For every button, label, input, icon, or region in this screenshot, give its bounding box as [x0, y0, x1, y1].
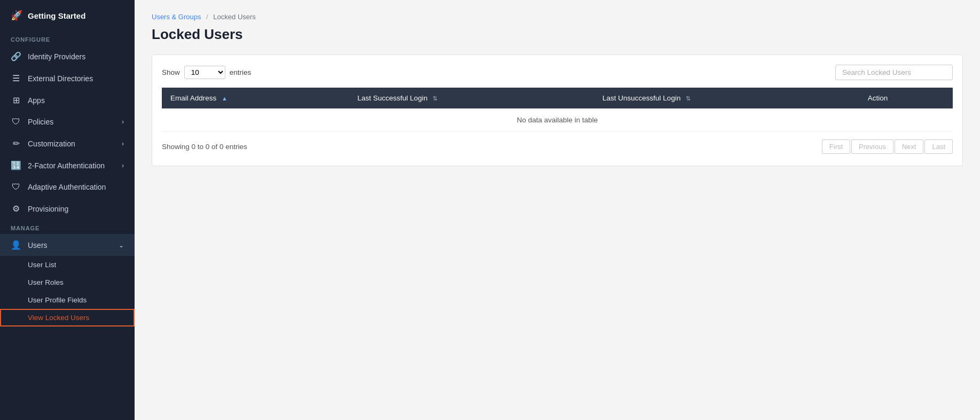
sidebar-item-label: 2-Factor Authentication [28, 161, 105, 170]
sidebar-item-customization[interactable]: ✏ Customization › [0, 133, 135, 154]
table-header-row: Email Address ▲ Last Successful Login ⇅ … [162, 88, 953, 108]
sidebar-item-adaptive-auth[interactable]: 🛡 Adaptive Authentication [0, 176, 135, 198]
user-roles-label: User Roles [28, 278, 64, 286]
chevron-down-icon: ⌄ [119, 242, 124, 249]
sidebar-sub-item-user-list[interactable]: User List [0, 256, 135, 274]
table-card: Show 10 25 50 100 entries Email Address [152, 55, 963, 166]
sidebar-item-label: External Directories [28, 74, 93, 83]
2fa-icon: 🔢 [11, 160, 21, 170]
manage-section-label: Manage [0, 220, 135, 234]
user-list-label: User List [28, 261, 56, 269]
breadcrumb-parent-link[interactable]: Users & Groups [152, 13, 201, 21]
sidebar-header[interactable]: 🚀 Getting Started [0, 0, 135, 31]
provisioning-icon: ⚙ [11, 204, 21, 214]
sidebar-item-label: Policies [28, 118, 53, 126]
chevron-right-icon: › [122, 162, 124, 169]
search-input[interactable] [835, 65, 953, 80]
sidebar-sub-item-user-roles[interactable]: User Roles [0, 274, 135, 291]
first-button[interactable]: First [822, 139, 850, 154]
column-header-last-fail[interactable]: Last Unsuccessful Login ⇅ [594, 88, 859, 108]
last-button[interactable]: Last [924, 139, 953, 154]
identity-providers-icon: 🔗 [11, 51, 21, 61]
entries-select[interactable]: 10 25 50 100 [184, 66, 225, 79]
column-header-last-success[interactable]: Last Successful Login ⇅ [349, 88, 594, 108]
sidebar-item-label: Identity Providers [28, 52, 85, 61]
customization-icon: ✏ [11, 138, 21, 149]
chevron-right-icon: › [122, 140, 124, 147]
sidebar-header-label: Getting Started [28, 11, 85, 20]
previous-button[interactable]: Previous [851, 139, 893, 154]
column-header-email[interactable]: Email Address ▲ [162, 88, 349, 108]
breadcrumb-current: Locked Users [213, 13, 255, 21]
apps-icon: ⊞ [11, 95, 21, 105]
user-profile-fields-label: User Profile Fields [28, 296, 87, 304]
sidebar-item-label: Users [28, 241, 48, 250]
sort-up-icon: ▲ [222, 95, 228, 102]
breadcrumb: Users & Groups / Locked Users [152, 13, 963, 21]
page-title: Locked Users [152, 26, 963, 43]
configure-section-label: Configure [0, 31, 135, 45]
locked-users-table: Email Address ▲ Last Successful Login ⇅ … [162, 88, 953, 132]
main-content-area: Users & Groups / Locked Users Locked Use… [135, 0, 980, 420]
sidebar-item-label: Customization [28, 139, 75, 148]
chevron-right-icon: › [122, 118, 124, 126]
sidebar-item-provisioning[interactable]: ⚙ Provisioning [0, 198, 135, 220]
rocket-icon: 🚀 [11, 10, 22, 21]
users-icon: 👤 [11, 240, 21, 250]
no-data-row: No data available in table [162, 108, 953, 132]
entries-label: entries [230, 68, 252, 76]
sidebar-item-label: Apps [28, 96, 45, 105]
view-locked-users-label: View Locked Users [28, 314, 89, 322]
table-controls: Show 10 25 50 100 entries [162, 65, 953, 80]
external-directories-icon: ☰ [11, 73, 21, 83]
no-data-message: No data available in table [162, 108, 953, 132]
sidebar-sub-item-view-locked-users[interactable]: View Locked Users [0, 309, 135, 326]
sidebar-item-apps[interactable]: ⊞ Apps [0, 89, 135, 111]
adaptive-auth-icon: 🛡 [11, 182, 21, 192]
sidebar-item-policies[interactable]: 🛡 Policies › [0, 111, 135, 133]
sidebar-item-external-directories[interactable]: ☰ External Directories [0, 67, 135, 89]
policies-icon: 🛡 [11, 117, 21, 127]
show-label: Show [162, 68, 180, 76]
sort-both-icon: ⇅ [686, 95, 691, 102]
sidebar-item-2fa[interactable]: 🔢 2-Factor Authentication › [0, 154, 135, 176]
show-entries-control: Show 10 25 50 100 entries [162, 66, 251, 79]
sidebar-item-label: Provisioning [28, 205, 68, 213]
sidebar: 🚀 Getting Started Configure 🔗 Identity P… [0, 0, 135, 420]
sort-both-icon: ⇅ [433, 95, 437, 102]
pagination: First Previous Next Last [822, 139, 953, 154]
breadcrumb-separator: / [206, 13, 208, 21]
next-button[interactable]: Next [895, 139, 924, 154]
showing-text: Showing 0 to 0 of 0 entries [162, 143, 247, 151]
table-footer: Showing 0 to 0 of 0 entries First Previo… [162, 139, 953, 154]
sidebar-item-users[interactable]: 👤 Users ⌄ [0, 234, 135, 256]
sidebar-item-identity-providers[interactable]: 🔗 Identity Providers [0, 45, 135, 67]
column-header-action: Action [859, 88, 953, 108]
sidebar-item-label: Adaptive Authentication [28, 183, 106, 191]
sidebar-sub-item-user-profile-fields[interactable]: User Profile Fields [0, 291, 135, 309]
